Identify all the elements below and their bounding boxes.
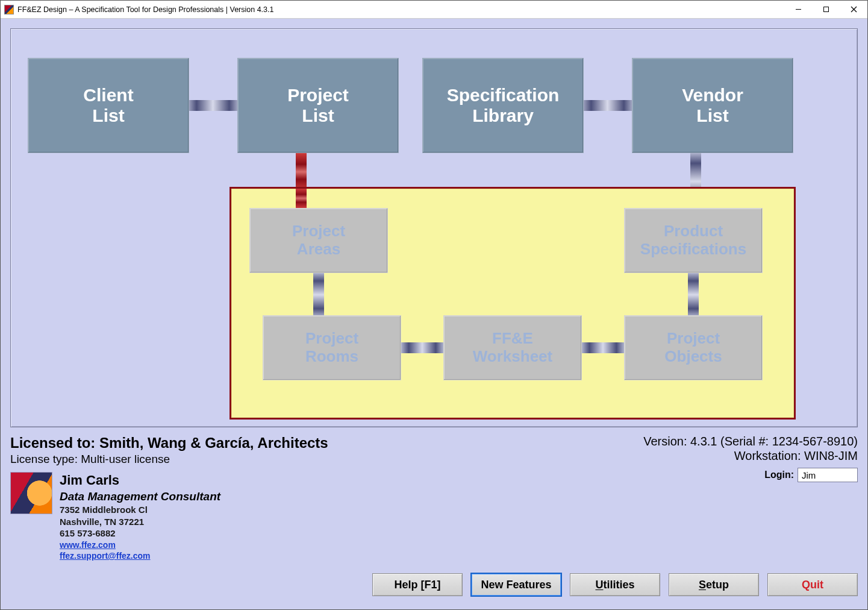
project-objects-node[interactable]: Project Objects (624, 315, 763, 380)
consultant-addr2: Nashville, TN 37221 (60, 516, 220, 528)
connector (187, 100, 239, 111)
svg-rect-1 (823, 7, 828, 12)
consultant-logo (10, 472, 52, 514)
info-area: Licensed to: Smith, Wang & García, Archi… (10, 427, 858, 603)
consultant-text: Jim Carls Data Management Consultant 735… (60, 472, 220, 561)
app-icon (4, 5, 14, 14)
login-row: Login: (643, 468, 858, 482)
titlebar: FF&EZ Design – A Specification Tool for … (1, 1, 867, 19)
consultant-phone: 615 573-6882 (60, 527, 220, 539)
project-areas-node[interactable]: Project Areas (249, 208, 388, 273)
close-button[interactable] (840, 1, 867, 18)
setup-button[interactable]: Setup (669, 573, 759, 596)
connector (401, 342, 443, 353)
connector (582, 100, 633, 111)
diagram-panel: Client List Project List Specification L… (10, 28, 858, 427)
client-list-node[interactable]: Client List (28, 58, 189, 153)
connector (582, 342, 624, 353)
version-line: Version: 4.3.1 (Serial #: 1234-567-8910) (643, 435, 858, 448)
specification-library-node[interactable]: Specification Library (422, 58, 584, 153)
connector (688, 273, 699, 316)
diagram: Client List Project List Specification L… (22, 43, 846, 412)
consultant-title: Data Management Consultant (60, 489, 220, 505)
utilities-button[interactable]: Utilities (570, 573, 660, 596)
quit-button[interactable]: Quit (767, 573, 858, 596)
app-window: FF&EZ Design – A Specification Tool for … (0, 0, 868, 610)
vendor-list-node[interactable]: Vendor List (632, 58, 793, 153)
maximize-button[interactable] (812, 1, 840, 18)
minimize-button[interactable] (784, 1, 812, 18)
consultant-block: Jim Carls Data Management Consultant 735… (10, 472, 858, 561)
project-list-node[interactable]: Project List (237, 58, 399, 153)
product-specifications-node[interactable]: Product Specifications (624, 208, 763, 273)
window-controls (784, 1, 867, 18)
login-label: Login: (764, 470, 794, 480)
window-title: FF&EZ Design – A Specification Tool for … (17, 5, 784, 14)
client-area: Client List Project List Specification L… (1, 19, 867, 609)
button-row: Help [F1] New Features Utilities Setup Q… (372, 573, 858, 596)
connector (296, 189, 307, 208)
login-input[interactable] (798, 468, 858, 482)
consultant-web-link[interactable]: www.ffez.com (60, 539, 220, 550)
consultant-name: Jim Carls (60, 472, 220, 489)
connector (313, 273, 324, 316)
version-block: Version: 4.3.1 (Serial #: 1234-567-8910)… (643, 435, 858, 482)
new-features-button[interactable]: New Features (471, 573, 561, 596)
ffe-worksheet-node[interactable]: FF&E Worksheet (443, 315, 582, 380)
help-button[interactable]: Help [F1] (372, 573, 463, 596)
workstation-line: Workstation: WIN8-JIM (643, 449, 858, 463)
consultant-addr1: 7352 Middlebrook Cl (60, 504, 220, 516)
project-rooms-node[interactable]: Project Rooms (263, 315, 401, 380)
consultant-email-link[interactable]: ffez.support@ffez.com (60, 550, 220, 561)
connector (296, 153, 307, 190)
